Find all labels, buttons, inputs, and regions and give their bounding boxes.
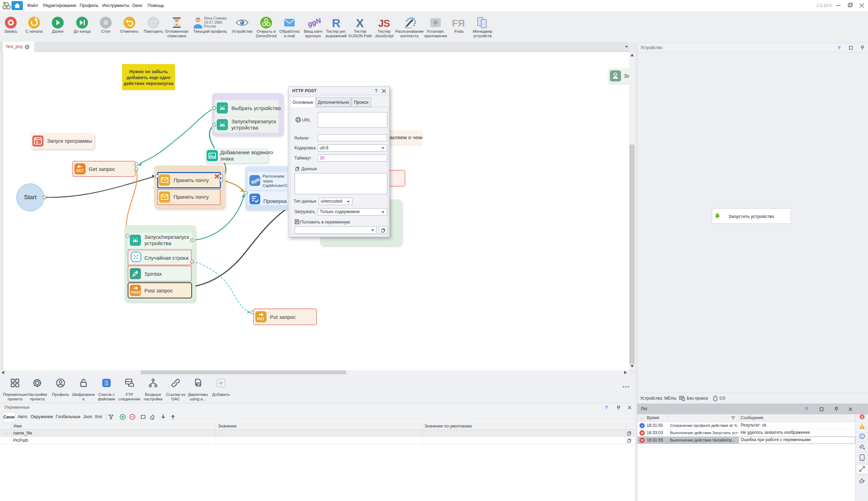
svg-text:i: i <box>642 424 643 428</box>
